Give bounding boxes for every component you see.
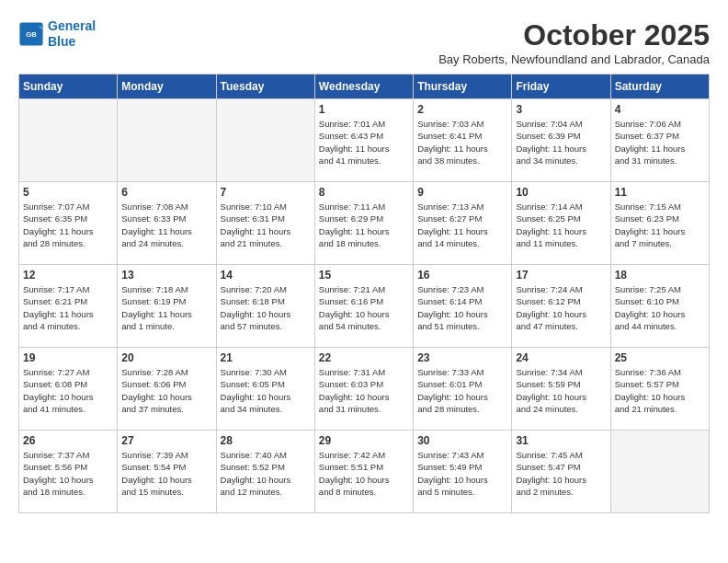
title-block: October 2025 Bay Roberts, Newfoundland a… bbox=[438, 18, 710, 66]
calendar-cell: 15Sunrise: 7:21 AM Sunset: 6:16 PM Dayli… bbox=[314, 265, 413, 348]
calendar-cell bbox=[19, 99, 118, 182]
page-header: GB General Blue October 2025 Bay Roberts… bbox=[18, 18, 710, 66]
calendar-cell: 9Sunrise: 7:13 AM Sunset: 6:27 PM Daylig… bbox=[414, 182, 512, 265]
calendar-cell: 13Sunrise: 7:18 AM Sunset: 6:19 PM Dayli… bbox=[118, 265, 216, 348]
day-number: 12 bbox=[23, 269, 113, 282]
day-info: Sunrise: 7:07 AM Sunset: 6:35 PM Dayligh… bbox=[23, 201, 113, 249]
day-number: 21 bbox=[221, 351, 311, 364]
weekday-header-row: SundayMondayTuesdayWednesdayThursdayFrid… bbox=[19, 75, 710, 99]
calendar-cell bbox=[610, 431, 709, 513]
day-info: Sunrise: 7:21 AM Sunset: 6:16 PM Dayligh… bbox=[319, 283, 409, 332]
day-info: Sunrise: 7:10 AM Sunset: 6:31 PM Dayligh… bbox=[221, 201, 311, 249]
calendar-cell: 16Sunrise: 7:23 AM Sunset: 6:14 PM Dayli… bbox=[414, 265, 512, 348]
day-info: Sunrise: 7:33 AM Sunset: 6:01 PM Dayligh… bbox=[417, 366, 507, 415]
day-info: Sunrise: 7:06 AM Sunset: 6:37 PM Dayligh… bbox=[615, 118, 705, 167]
calendar-cell: 8Sunrise: 7:11 AM Sunset: 6:29 PM Daylig… bbox=[314, 182, 413, 265]
day-number: 23 bbox=[417, 351, 507, 364]
logo-icon: GB bbox=[18, 21, 44, 47]
day-number: 10 bbox=[516, 186, 606, 199]
day-number: 26 bbox=[23, 434, 113, 447]
logo-text: General Blue bbox=[48, 18, 96, 50]
day-info: Sunrise: 7:27 AM Sunset: 6:08 PM Dayligh… bbox=[23, 366, 113, 415]
day-info: Sunrise: 7:28 AM Sunset: 6:06 PM Dayligh… bbox=[121, 366, 211, 415]
calendar-cell: 1Sunrise: 7:01 AM Sunset: 6:43 PM Daylig… bbox=[314, 99, 413, 182]
day-number: 17 bbox=[516, 269, 606, 282]
calendar-week-3: 12Sunrise: 7:17 AM Sunset: 6:21 PM Dayli… bbox=[19, 265, 710, 348]
day-number: 14 bbox=[221, 269, 311, 282]
calendar-week-1: 1Sunrise: 7:01 AM Sunset: 6:43 PM Daylig… bbox=[19, 99, 710, 182]
day-info: Sunrise: 7:08 AM Sunset: 6:33 PM Dayligh… bbox=[121, 201, 211, 249]
day-number: 30 bbox=[417, 434, 507, 447]
calendar-cell: 12Sunrise: 7:17 AM Sunset: 6:21 PM Dayli… bbox=[19, 265, 118, 348]
calendar-cell bbox=[216, 99, 314, 182]
day-number: 28 bbox=[221, 434, 311, 447]
weekday-header-saturday: Saturday bbox=[610, 75, 709, 99]
calendar-cell: 11Sunrise: 7:15 AM Sunset: 6:23 PM Dayli… bbox=[610, 182, 709, 265]
calendar-cell: 26Sunrise: 7:37 AM Sunset: 5:56 PM Dayli… bbox=[19, 431, 118, 513]
day-number: 15 bbox=[319, 269, 409, 282]
calendar-cell: 25Sunrise: 7:36 AM Sunset: 5:57 PM Dayli… bbox=[610, 348, 709, 431]
calendar-cell bbox=[118, 99, 216, 182]
weekday-header-wednesday: Wednesday bbox=[314, 75, 413, 99]
day-info: Sunrise: 7:31 AM Sunset: 6:03 PM Dayligh… bbox=[319, 366, 409, 415]
weekday-header-tuesday: Tuesday bbox=[216, 75, 314, 99]
day-number: 25 bbox=[615, 351, 705, 364]
calendar-cell: 29Sunrise: 7:42 AM Sunset: 5:51 PM Dayli… bbox=[314, 431, 413, 513]
weekday-header-thursday: Thursday bbox=[414, 75, 512, 99]
day-info: Sunrise: 7:23 AM Sunset: 6:14 PM Dayligh… bbox=[417, 283, 507, 332]
location-subtitle: Bay Roberts, Newfoundland and Labrador, … bbox=[438, 52, 710, 66]
logo: GB General Blue bbox=[18, 18, 96, 50]
calendar-cell: 3Sunrise: 7:04 AM Sunset: 6:39 PM Daylig… bbox=[512, 99, 610, 182]
day-info: Sunrise: 7:11 AM Sunset: 6:29 PM Dayligh… bbox=[319, 201, 409, 249]
day-number: 4 bbox=[615, 103, 705, 116]
weekday-header-monday: Monday bbox=[118, 75, 216, 99]
day-info: Sunrise: 7:36 AM Sunset: 5:57 PM Dayligh… bbox=[615, 366, 705, 415]
calendar-cell: 21Sunrise: 7:30 AM Sunset: 6:05 PM Dayli… bbox=[216, 348, 314, 431]
day-number: 9 bbox=[417, 186, 507, 199]
calendar-cell: 4Sunrise: 7:06 AM Sunset: 6:37 PM Daylig… bbox=[610, 99, 709, 182]
day-number: 18 bbox=[615, 269, 705, 282]
calendar-week-2: 5Sunrise: 7:07 AM Sunset: 6:35 PM Daylig… bbox=[19, 182, 710, 265]
calendar-cell: 27Sunrise: 7:39 AM Sunset: 5:54 PM Dayli… bbox=[118, 431, 216, 513]
calendar-cell: 7Sunrise: 7:10 AM Sunset: 6:31 PM Daylig… bbox=[216, 182, 314, 265]
calendar-cell: 18Sunrise: 7:25 AM Sunset: 6:10 PM Dayli… bbox=[610, 265, 709, 348]
svg-text:GB: GB bbox=[26, 30, 37, 39]
calendar-cell: 5Sunrise: 7:07 AM Sunset: 6:35 PM Daylig… bbox=[19, 182, 118, 265]
calendar-cell: 28Sunrise: 7:40 AM Sunset: 5:52 PM Dayli… bbox=[216, 431, 314, 513]
day-number: 8 bbox=[319, 186, 409, 199]
day-number: 29 bbox=[319, 434, 409, 447]
day-info: Sunrise: 7:03 AM Sunset: 6:41 PM Dayligh… bbox=[417, 118, 507, 167]
day-info: Sunrise: 7:39 AM Sunset: 5:54 PM Dayligh… bbox=[121, 449, 211, 498]
day-number: 3 bbox=[516, 103, 606, 116]
day-number: 11 bbox=[615, 186, 705, 199]
calendar-cell: 10Sunrise: 7:14 AM Sunset: 6:25 PM Dayli… bbox=[512, 182, 610, 265]
calendar-cell: 22Sunrise: 7:31 AM Sunset: 6:03 PM Dayli… bbox=[314, 348, 413, 431]
day-info: Sunrise: 7:34 AM Sunset: 5:59 PM Dayligh… bbox=[516, 366, 606, 415]
day-info: Sunrise: 7:04 AM Sunset: 6:39 PM Dayligh… bbox=[516, 118, 606, 167]
day-info: Sunrise: 7:20 AM Sunset: 6:18 PM Dayligh… bbox=[221, 283, 311, 332]
day-info: Sunrise: 7:40 AM Sunset: 5:52 PM Dayligh… bbox=[221, 449, 311, 498]
day-number: 24 bbox=[516, 351, 606, 364]
calendar-cell: 14Sunrise: 7:20 AM Sunset: 6:18 PM Dayli… bbox=[216, 265, 314, 348]
day-info: Sunrise: 7:43 AM Sunset: 5:49 PM Dayligh… bbox=[417, 449, 507, 498]
day-info: Sunrise: 7:18 AM Sunset: 6:19 PM Dayligh… bbox=[121, 283, 211, 332]
weekday-header-friday: Friday bbox=[512, 75, 610, 99]
day-number: 7 bbox=[221, 186, 311, 199]
day-info: Sunrise: 7:01 AM Sunset: 6:43 PM Dayligh… bbox=[319, 118, 409, 167]
calendar-cell: 23Sunrise: 7:33 AM Sunset: 6:01 PM Dayli… bbox=[414, 348, 512, 431]
day-number: 20 bbox=[121, 351, 211, 364]
day-info: Sunrise: 7:17 AM Sunset: 6:21 PM Dayligh… bbox=[23, 283, 113, 332]
weekday-header-sunday: Sunday bbox=[19, 75, 118, 99]
day-info: Sunrise: 7:25 AM Sunset: 6:10 PM Dayligh… bbox=[615, 283, 705, 332]
calendar-week-4: 19Sunrise: 7:27 AM Sunset: 6:08 PM Dayli… bbox=[19, 348, 710, 431]
day-number: 19 bbox=[23, 351, 113, 364]
calendar-cell: 17Sunrise: 7:24 AM Sunset: 6:12 PM Dayli… bbox=[512, 265, 610, 348]
day-number: 2 bbox=[417, 103, 507, 116]
day-number: 6 bbox=[121, 186, 211, 199]
day-number: 31 bbox=[516, 434, 606, 447]
day-info: Sunrise: 7:15 AM Sunset: 6:23 PM Dayligh… bbox=[615, 201, 705, 249]
month-title: October 2025 bbox=[438, 18, 710, 52]
calendar-cell: 31Sunrise: 7:45 AM Sunset: 5:47 PM Dayli… bbox=[512, 431, 610, 513]
day-info: Sunrise: 7:45 AM Sunset: 5:47 PM Dayligh… bbox=[516, 449, 606, 498]
day-number: 5 bbox=[23, 186, 113, 199]
